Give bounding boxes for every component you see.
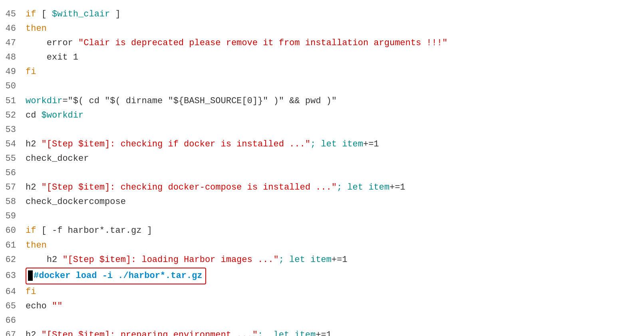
code-line: 61then [0, 238, 644, 253]
line-content: fi [24, 65, 644, 79]
highlighted-line: #docker load -i ./harbor*.tar.gz [26, 268, 206, 284]
line-content: error "Clair is deprecated please remove… [24, 36, 644, 50]
code-line: 59 [0, 209, 644, 224]
line-content: echo "" [24, 300, 644, 313]
code-line: 63#docker load -i ./harbor*.tar.gz [0, 267, 644, 285]
line-number: 67 [0, 328, 24, 336]
text-cursor [28, 270, 33, 281]
code-line: 52cd $workdir [0, 108, 644, 123]
line-number: 47 [0, 36, 24, 50]
line-number: 66 [0, 314, 24, 328]
code-line: 57h2 "[Step $item]: checking docker-comp… [0, 180, 644, 195]
line-number: 60 [0, 224, 24, 238]
line-number: 51 [0, 94, 24, 108]
line-number: 58 [0, 195, 24, 209]
line-number: 62 [0, 253, 24, 267]
line-number: 50 [0, 80, 24, 93]
line-number: 46 [0, 22, 24, 36]
code-line: 55check_docker [0, 152, 644, 166]
line-number: 54 [0, 138, 24, 151]
code-line: 66 [0, 314, 644, 328]
line-number: 52 [0, 109, 24, 122]
code-line: 50 [0, 79, 644, 94]
line-number: 57 [0, 181, 24, 194]
line-content: h2 "[Step $item]: loading Harbor images … [24, 253, 644, 267]
code-editor: 45if [ $with_clair ]46then47 error "Clai… [0, 4, 644, 336]
line-content: check_dockercompose [24, 195, 644, 209]
line-number: 61 [0, 239, 24, 252]
line-number: 65 [0, 300, 24, 313]
code-line: 45if [ $with_clair ] [0, 7, 644, 22]
line-content: workdir="$( cd "$( dirname "${BASH_SOURC… [24, 94, 644, 108]
code-line: 58check_dockercompose [0, 195, 644, 209]
code-line: 56 [0, 166, 644, 180]
line-content: if [ -f harbor*.tar.gz ] [24, 224, 644, 238]
line-content: h2 "[Step $item]: preparing environment … [24, 328, 644, 336]
line-number: 59 [0, 210, 24, 223]
code-line: 47 error "Clair is deprecated please rem… [0, 36, 644, 50]
line-content: exit 1 [24, 51, 644, 64]
line-content: h2 "[Step $item]: checking if docker is … [24, 138, 644, 151]
line-content: then [24, 22, 644, 36]
code-line: 48 exit 1 [0, 50, 644, 65]
code-line: 60if [ -f harbor*.tar.gz ] [0, 224, 644, 238]
line-number: 55 [0, 152, 24, 166]
line-content: #docker load -i ./harbor*.tar.gz [24, 268, 644, 284]
code-line: 49fi [0, 65, 644, 79]
line-content: then [24, 239, 644, 252]
line-number: 63 [0, 269, 24, 283]
line-number: 45 [0, 8, 24, 21]
line-number: 49 [0, 65, 24, 79]
code-line: 51workdir="$( cd "$( dirname "${BASH_SOU… [0, 94, 644, 108]
code-line: 53 [0, 123, 644, 137]
code-line: 65echo "" [0, 299, 644, 314]
code-line: 67h2 "[Step $item]: preparing environmen… [0, 328, 644, 336]
line-content: check_docker [24, 152, 644, 166]
line-number: 56 [0, 166, 24, 180]
line-content: fi [24, 285, 644, 299]
code-line: 54h2 "[Step $item]: checking if docker i… [0, 137, 644, 152]
line-content: if [ $with_clair ] [24, 8, 644, 21]
code-line: 46then [0, 22, 644, 36]
code-line: 64fi [0, 285, 644, 299]
line-content: cd $workdir [24, 109, 644, 122]
line-number: 53 [0, 123, 24, 137]
line-number: 48 [0, 51, 24, 64]
line-number: 64 [0, 285, 24, 299]
line-content: h2 "[Step $item]: checking docker-compos… [24, 181, 644, 194]
code-line: 62 h2 "[Step $item]: loading Harbor imag… [0, 253, 644, 267]
